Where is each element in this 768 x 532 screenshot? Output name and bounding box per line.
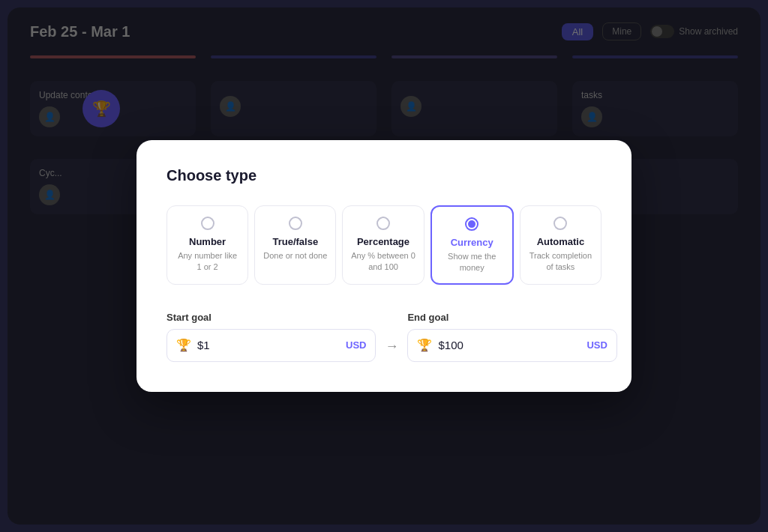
radio-truefalse[interactable] xyxy=(289,217,302,230)
type-label-truefalse: True/false xyxy=(272,236,318,247)
type-label-number: Number xyxy=(189,236,226,247)
modal-title: Choose type xyxy=(166,167,602,184)
type-option-percentage[interactable]: Percentage Any % between 0 and 100 xyxy=(342,205,424,285)
type-option-currency[interactable]: Currency Show me the money xyxy=(430,205,514,285)
start-currency-label: USD xyxy=(346,339,366,351)
type-desc-currency: Show me the money xyxy=(440,251,505,274)
type-option-number[interactable]: Number Any number like 1 or 2 xyxy=(166,205,248,285)
trophy-icon-start: 🏆 xyxy=(176,338,191,352)
trophy-icon-end: 🏆 xyxy=(417,338,432,352)
start-goal-input[interactable] xyxy=(197,339,340,351)
type-desc-percentage: Any % between 0 and 100 xyxy=(350,250,416,273)
end-goal-label: End goal xyxy=(407,312,616,323)
type-options-row: Number Any number like 1 or 2 True/false… xyxy=(166,205,602,285)
end-currency-label: USD xyxy=(586,339,607,351)
radio-percentage[interactable] xyxy=(376,217,390,230)
type-label-percentage: Percentage xyxy=(357,236,410,247)
type-desc-number: Any number like 1 or 2 xyxy=(175,250,240,273)
arrow-divider: → xyxy=(385,339,398,362)
start-goal-label: Start goal xyxy=(166,312,376,323)
goal-section: Start goal 🏆 USD → End goal 🏆 USD xyxy=(166,312,602,362)
end-goal-field: End goal 🏆 USD xyxy=(407,312,616,362)
type-option-automatic[interactable]: Automatic Track completion of tasks xyxy=(520,205,602,285)
type-label-automatic: Automatic xyxy=(537,236,585,247)
radio-automatic[interactable] xyxy=(554,217,567,230)
type-desc-automatic: Track completion of tasks xyxy=(528,250,593,273)
radio-currency[interactable] xyxy=(465,217,478,231)
type-label-currency: Currency xyxy=(451,237,494,248)
choose-type-modal: Choose type Number Any number like 1 or … xyxy=(136,140,632,392)
end-goal-input-wrapper[interactable]: 🏆 USD xyxy=(407,329,616,362)
start-goal-input-wrapper[interactable]: 🏆 USD xyxy=(166,329,376,362)
start-goal-field: Start goal 🏆 USD xyxy=(166,312,376,362)
type-desc-truefalse: Done or not done xyxy=(263,250,327,262)
radio-number[interactable] xyxy=(201,217,214,230)
end-goal-input[interactable] xyxy=(438,339,580,351)
type-option-truefalse[interactable]: True/false Done or not done xyxy=(254,205,336,285)
